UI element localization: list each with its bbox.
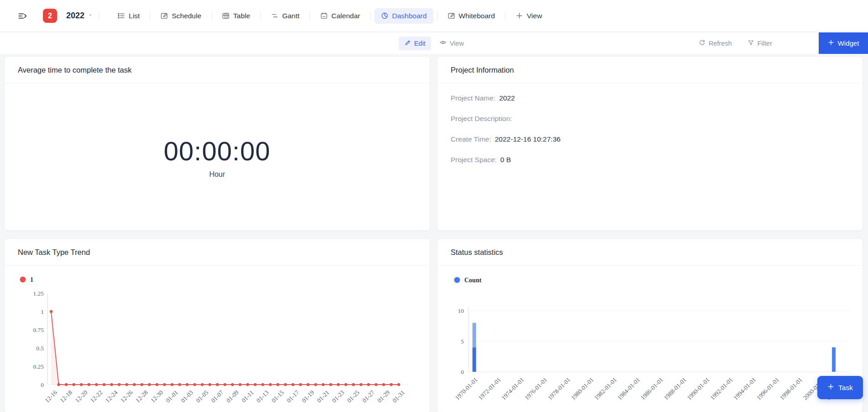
- filter-label: Filter: [758, 40, 772, 47]
- plus-icon: [516, 12, 523, 20]
- svg-text:01-07: 01-07: [210, 389, 225, 404]
- data-point: [284, 383, 287, 386]
- svg-text:1984-01-01: 1984-01-01: [616, 376, 641, 401]
- tab-label: View: [527, 12, 542, 20]
- svg-text:0: 0: [461, 369, 464, 375]
- filter-icon: [747, 39, 754, 48]
- card-project-information: Project Information Project Name:2022Pro…: [437, 56, 863, 231]
- tab-whiteboard[interactable]: Whiteboard: [441, 8, 501, 24]
- card-title: New Task Type Trend: [5, 239, 430, 266]
- data-point: [88, 383, 90, 386]
- svg-text:0: 0: [41, 381, 44, 388]
- project-badge[interactable]: 2: [43, 9, 57, 23]
- svg-text:01-03: 01-03: [179, 389, 195, 404]
- pie-icon: [381, 12, 389, 20]
- tab-view[interactable]: View: [509, 8, 548, 24]
- bar-chart-canvas: Count05101970-01-011972-01-011974-01-011…: [437, 266, 863, 412]
- data-point: [269, 383, 272, 386]
- divider: [370, 11, 371, 21]
- svg-text:1970-01-01: 1970-01-01: [454, 376, 479, 401]
- add-widget-button[interactable]: Widget: [819, 32, 868, 54]
- data-point: [50, 310, 53, 313]
- svg-text:1982-01-01: 1982-01-01: [593, 376, 618, 401]
- data-point: [322, 383, 325, 386]
- divider: [150, 11, 150, 21]
- svg-text:01-17: 01-17: [285, 389, 300, 404]
- svg-text:01-15: 01-15: [270, 389, 285, 404]
- bar-segment: [473, 347, 476, 372]
- data-point: [65, 383, 68, 386]
- svg-text:0.5: 0.5: [36, 345, 44, 352]
- tab-calendar[interactable]: Calendar: [314, 8, 367, 24]
- table-icon: [222, 12, 230, 20]
- refresh-icon: [699, 39, 705, 48]
- svg-text:1: 1: [30, 276, 33, 283]
- tab-label: Whiteboard: [459, 12, 495, 20]
- data-point: [352, 383, 355, 386]
- data-point: [133, 383, 136, 386]
- data-point: [390, 383, 393, 386]
- edit-square-icon: [447, 12, 455, 20]
- data-point: [178, 383, 181, 386]
- toolbar-actions: Refresh Filter: [699, 32, 772, 54]
- data-point: [80, 383, 83, 386]
- svg-text:12-16: 12-16: [43, 389, 58, 404]
- svg-text:1988-01-01: 1988-01-01: [663, 376, 688, 401]
- data-point: [231, 383, 234, 386]
- svg-text:12-18: 12-18: [58, 389, 74, 404]
- svg-text:1.25: 1.25: [33, 290, 44, 297]
- dashboard-toolbar: Edit View Refresh: [0, 32, 868, 54]
- tab-gantt[interactable]: Gantt: [264, 8, 306, 24]
- tab-label: Calendar: [331, 12, 360, 20]
- data-point: [201, 383, 204, 386]
- svg-text:1998-01-01: 1998-01-01: [779, 376, 804, 401]
- view-mode-button[interactable]: View: [439, 36, 469, 50]
- chart-legend[interactable]: 1: [20, 276, 34, 283]
- filter-button[interactable]: Filter: [747, 39, 772, 48]
- divider: [260, 11, 261, 21]
- sidebar-expand-icon[interactable]: [17, 11, 28, 21]
- data-point: [95, 383, 98, 386]
- svg-text:12-28: 12-28: [134, 389, 149, 404]
- add-task-button[interactable]: Task: [817, 376, 863, 399]
- chart-legend[interactable]: Count: [454, 277, 482, 284]
- card-status-statistics: Status statistics Count05101970-01-01197…: [437, 238, 863, 412]
- info-label: Project Description:: [451, 115, 512, 123]
- edit-mode-button[interactable]: Edit: [399, 37, 431, 50]
- data-point: [125, 383, 128, 386]
- tab-list[interactable]: List: [111, 8, 146, 24]
- data-point: [337, 383, 340, 386]
- svg-text:12-20: 12-20: [74, 389, 89, 404]
- card-new-task-type-trend: New Task Type Trend 100.250.50.7511.2512…: [4, 238, 430, 412]
- data-point: [359, 383, 362, 386]
- tab-label: Dashboard: [392, 12, 427, 20]
- edit-label: Edit: [414, 40, 426, 47]
- svg-text:1994-01-01: 1994-01-01: [732, 376, 757, 401]
- project-info-row: Project Space:0 B: [451, 154, 849, 165]
- project-info-row: Project Name:2022: [451, 93, 849, 104]
- svg-text:1978-01-01: 1978-01-01: [547, 376, 572, 401]
- svg-text:01-19: 01-19: [300, 389, 316, 404]
- svg-text:0.75: 0.75: [33, 327, 44, 333]
- svg-text:0.25: 0.25: [33, 363, 44, 370]
- project-info-rows: Project Name:2022Project Description:Cre…: [437, 84, 863, 184]
- svg-text:01-27: 01-27: [361, 389, 376, 404]
- svg-text:01-11: 01-11: [240, 389, 255, 404]
- tab-table[interactable]: Table: [216, 8, 257, 24]
- svg-text:Count: Count: [464, 277, 482, 284]
- svg-text:12-30: 12-30: [149, 389, 164, 404]
- tab-schedule[interactable]: Schedule: [154, 8, 208, 24]
- data-point: [193, 383, 196, 386]
- data-point: [344, 383, 347, 386]
- tab-dashboard[interactable]: Dashboard: [374, 8, 433, 24]
- pencil-icon: [404, 39, 411, 48]
- refresh-button[interactable]: Refresh: [699, 39, 732, 48]
- data-point: [163, 383, 166, 386]
- widget-label: Widget: [838, 39, 859, 47]
- project-selector[interactable]: 2022: [66, 11, 93, 21]
- bar-segment: [473, 323, 476, 348]
- data-point: [307, 383, 310, 386]
- chevron-down-icon: [88, 12, 93, 19]
- data-point: [223, 383, 226, 386]
- tab-label: Gantt: [282, 12, 300, 20]
